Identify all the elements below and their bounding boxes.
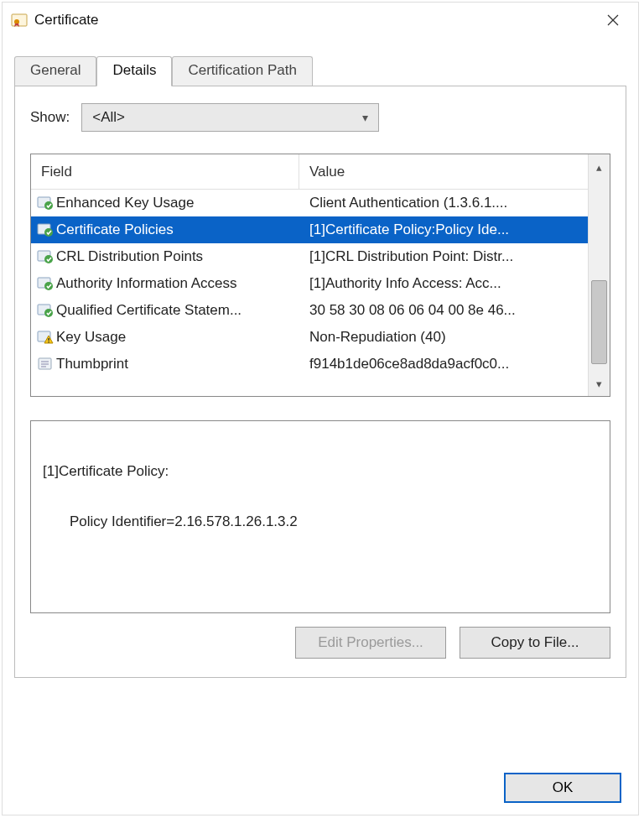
row-field: Enhanced Key Usage	[56, 195, 299, 211]
svg-point-13	[44, 309, 53, 317]
list-row[interactable]: Authority Information Access[1]Authority…	[31, 270, 588, 297]
list-header: Field Value	[31, 154, 588, 190]
close-button[interactable]	[596, 7, 630, 34]
detail-line: Policy Identifier=2.16.578.1.26.1.3.2	[43, 513, 598, 530]
extension-icon	[31, 195, 56, 211]
fields-list: Field Value Enhanced Key UsageClient Aut…	[30, 154, 610, 397]
button-label: OK	[553, 779, 574, 796]
row-field: Key Usage	[56, 329, 299, 346]
svg-rect-0	[12, 14, 27, 26]
row-field: Authority Information Access	[56, 275, 299, 292]
button-label: Copy to File...	[491, 634, 579, 651]
certificate-icon	[11, 12, 28, 29]
list-scrollbar[interactable]: ▴ ▾	[588, 154, 610, 396]
svg-point-11	[44, 282, 53, 290]
row-value: [1]CRL Distribution Point: Distr...	[299, 248, 588, 265]
row-field: Qualified Certificate Statem...	[56, 302, 299, 319]
list-row[interactable]: Key UsageNon-Repudiation (40)	[31, 324, 588, 351]
titlebar: Certificate	[3, 3, 638, 38]
edit-properties-button: Edit Properties...	[295, 627, 446, 659]
row-value: Client Authentication (1.3.6.1....	[299, 195, 588, 211]
header-field[interactable]: Field	[31, 154, 299, 189]
svg-rect-15	[48, 338, 49, 341]
row-field: CRL Distribution Points	[56, 248, 299, 265]
show-label: Show:	[30, 109, 70, 126]
scroll-up-icon[interactable]: ▴	[589, 154, 610, 180]
tab-details[interactable]: Details	[96, 56, 172, 86]
list-row[interactable]: Qualified Certificate Statem...30 58 30 …	[31, 297, 588, 324]
row-value: f914b1de06ce8ad8da9acf0c0...	[299, 356, 588, 373]
extension-icon	[31, 248, 56, 265]
extension-icon	[31, 356, 56, 373]
scroll-track[interactable]	[589, 180, 610, 371]
scroll-thumb[interactable]	[591, 280, 607, 364]
tab-general[interactable]: General	[14, 56, 96, 86]
list-row[interactable]: CRL Distribution Points[1]CRL Distributi…	[31, 243, 588, 270]
row-value: [1]Authority Info Access: Acc...	[299, 275, 588, 292]
detail-textbox[interactable]: [1]Certificate Policy: Policy Identifier…	[30, 420, 610, 613]
close-icon	[607, 14, 619, 26]
chevron-down-icon: ▾	[362, 111, 368, 124]
svg-point-9	[44, 255, 53, 263]
certificate-dialog: Certificate General Details Certificatio…	[2, 2, 639, 815]
copy-to-file-button[interactable]: Copy to File...	[460, 627, 610, 659]
row-field: Certificate Policies	[56, 221, 299, 238]
ok-button[interactable]: OK	[504, 773, 621, 803]
list-row[interactable]: Enhanced Key UsageClient Authentication …	[31, 190, 588, 216]
tab-label: Certification Path	[188, 62, 296, 78]
row-field: Thumbprint	[56, 356, 299, 373]
tab-label: General	[30, 62, 80, 78]
extension-icon	[31, 275, 56, 292]
button-label: Edit Properties...	[318, 634, 423, 651]
show-dropdown[interactable]: <All> ▾	[81, 103, 379, 132]
row-value: [1]Certificate Policy:Policy Ide...	[299, 221, 588, 238]
detail-line: [1]Certificate Policy:	[43, 463, 598, 480]
extension-icon	[31, 329, 56, 346]
list-row[interactable]: Certificate Policies[1]Certificate Polic…	[31, 216, 588, 243]
details-panel: Show: <All> ▾ Field Value Enhanced Key U…	[14, 86, 626, 678]
extension-icon	[31, 221, 56, 238]
svg-rect-16	[48, 341, 49, 342]
extension-icon	[31, 302, 56, 319]
scroll-down-icon[interactable]: ▾	[589, 371, 610, 396]
window-title: Certificate	[34, 12, 99, 29]
header-value[interactable]: Value	[299, 164, 588, 180]
svg-point-7	[44, 228, 53, 237]
tab-label: Details	[112, 62, 156, 78]
tab-certification-path[interactable]: Certification Path	[172, 56, 312, 86]
show-dropdown-value: <All>	[92, 109, 125, 126]
tabs-row: General Details Certification Path	[14, 56, 626, 86]
svg-point-5	[44, 201, 53, 210]
list-row[interactable]: Thumbprintf914b1de06ce8ad8da9acf0c0...	[31, 351, 588, 378]
row-value: Non-Repudiation (40)	[299, 329, 588, 346]
row-value: 30 58 30 08 06 06 04 00 8e 46...	[299, 302, 588, 319]
